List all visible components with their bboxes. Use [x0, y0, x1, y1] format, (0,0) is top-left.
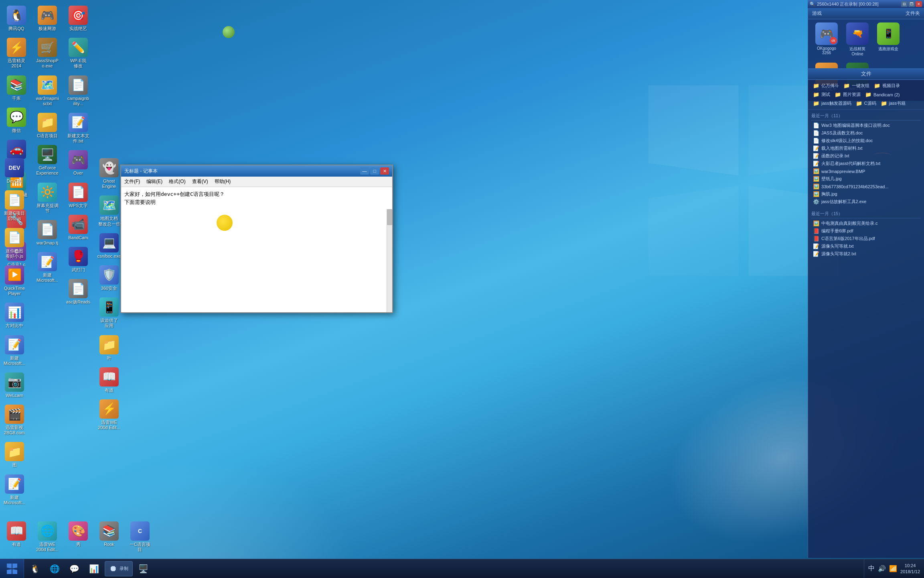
shortcut-onekey[interactable]: 📁一键灰组	[842, 82, 871, 90]
panel-icon-jinzhan[interactable]: 🔫 近战精英Online	[843, 22, 872, 56]
shortcut-jass[interactable]: 📁jass触发器源码	[811, 100, 853, 107]
desktop-icon-qq[interactable]: 🐧 腾讯QQ	[2, 4, 31, 33]
desktop-icon-youdao2[interactable]: 📖 有道	[2, 520, 31, 554]
taskbar-record[interactable]: ⏺ 录制	[105, 561, 133, 576]
desktop-icon-bandcam[interactable]: 📹 BandCam	[64, 213, 93, 242]
desktop-icon-wechat[interactable]: 💬 微信	[2, 106, 31, 135]
desktop-icon-over[interactable]: 🎮 Over	[64, 149, 93, 177]
taskbar-chart[interactable]: 📊	[85, 561, 103, 576]
taskbar-qq[interactable]: 🐧	[26, 561, 44, 576]
file-item-chest[interactable]: 🖼️ 胸肌.jpg	[811, 190, 921, 198]
desktop-icon-newcproj[interactable]: 📄 新建C项目启动.js	[0, 189, 29, 223]
start-button[interactable]	[0, 559, 24, 578]
menu-edit[interactable]: 编辑(E)	[143, 177, 166, 186]
file-item-source2[interactable]: 📝 源像头写等就2.txt	[811, 250, 921, 258]
taskbar-browser[interactable]: 🌐	[46, 561, 64, 576]
file-item-bmp[interactable]: 🖼️ war3mappreview.BMP	[811, 167, 921, 175]
desktop-icon-wpe[interactable]: ✏️ WP-E我修改	[64, 36, 93, 70]
desktop-icon-newmicro3[interactable]: 📝 新建Microsoft...	[0, 473, 29, 507]
file-item-hash[interactable]: 🖼️ 33b677380cd791234b62253ead...	[811, 183, 921, 190]
close-button[interactable]: ✕	[380, 167, 389, 175]
file-item-wallpaper[interactable]: 🖼️ 壁纸几.jpg	[811, 175, 921, 183]
desktop-icon-clang2[interactable]: C 一C语言项目	[126, 520, 154, 554]
desktop-icon-folder-tu[interactable]: 📁 图	[0, 440, 29, 469]
desktop-icon-cproject[interactable]: 📁 C语言项目	[33, 111, 62, 140]
menu-format[interactable]: 格式(O)	[166, 177, 188, 186]
desktop-icon-dev[interactable]: DEV DevC的	[0, 157, 29, 185]
desktop-icon-csn[interactable]: 💻 csn/boc.exe	[95, 232, 124, 261]
panel-icon-okgogogo[interactable]: 🎮 ok OKgogogo3266	[812, 22, 841, 56]
tray-network[interactable]: 📶	[889, 565, 897, 572]
desktop-icon-quicktime[interactable]: ▶️ QuickTimePlayer	[0, 264, 29, 298]
file-item-slk[interactable]: 📄 修改slk4级以上的技能.doc	[811, 137, 921, 144]
desktop-icon-campaign[interactable]: 📄 campaignbility...	[64, 74, 93, 108]
taskbar-qq-icon: 🐧	[30, 564, 40, 574]
file-item-material[interactable]: 📝 载入地图所需材料.txt	[811, 144, 921, 152]
file-item-jasststool[interactable]: ⚙️ jass估故解析工具2.exe	[811, 198, 921, 206]
file-item-war3doc[interactable]: 📄 War3 地图编辑器脚本接口说明.doc	[811, 122, 921, 129]
panel-icon-escape[interactable]: 📱 逃跑游戏盒	[874, 22, 903, 56]
file-item-clang-test[interactable]: 🖼️ 中电测真由真刻般完美绘录.c	[811, 220, 921, 227]
shortcut-video[interactable]: 📁视频目录	[872, 82, 902, 90]
desktop-icon-ghost[interactable]: 👻 GhostEngine	[95, 157, 124, 191]
shortcut-images[interactable]: 📁图片资源	[833, 91, 862, 98]
desktop-icon-welcam[interactable]: 📷 WeLcam	[0, 371, 29, 400]
desktop-icon-welcam2[interactable]: 🌐 迅雷WE200d Edit...	[33, 520, 62, 554]
desktop-icon-ye[interactable]: 📁 叶	[95, 334, 124, 362]
desktop-icon-asc[interactable]: 📄 asc扬Reads	[64, 277, 93, 306]
shortcut-billions[interactable]: 📁亿万傅斗	[811, 82, 841, 90]
desktop-icon-dimap[interactable]: 🗺️ 地图文档整改总一些	[95, 194, 124, 228]
app-icon: 📱	[99, 297, 119, 317]
file-item-clang6[interactable]: 📕 C语言第6版2017年出品.pdf	[811, 235, 921, 242]
notepad-scrollbar[interactable]	[387, 209, 392, 312]
file-item-manual[interactable]: 📕 编程手册6绑.pdf	[811, 227, 921, 235]
file-item-jass[interactable]: 📄 JASS及函数文档.doc	[811, 129, 921, 137]
desktop-icon-wps[interactable]: 📄 WPS文字	[64, 181, 93, 210]
tray-sound[interactable]: 🔊	[878, 565, 886, 572]
desktop-icon-war3tj[interactable]: 📄 war3map.tj	[33, 218, 62, 247]
desktop-icon-youdao[interactable]: 📖 有道	[95, 366, 124, 395]
desktop-icon-jisu[interactable]: 🎮 极速网游	[33, 4, 62, 33]
desktop-icon-rook[interactable]: 📚 Rook	[95, 520, 124, 554]
shortcut-test[interactable]: 📁测试	[811, 91, 832, 98]
taskbar-monitor[interactable]: 🖥️	[134, 561, 152, 576]
file-item-func[interactable]: 📝 函数的记录.txt	[811, 152, 921, 160]
desktop-icon-newmicro[interactable]: 📝 新建Microsoft...	[33, 250, 62, 285]
file-item-source[interactable]: 📝 源像头写等就.txt	[811, 242, 921, 250]
maximize-button[interactable]: □	[370, 167, 379, 175]
war3tj-label: war3map.tj	[36, 240, 58, 246]
taskbar-chat[interactable]: 💬	[65, 561, 83, 576]
desktop-icon-minimap[interactable]: 📄 迷你地图看好小.js	[0, 226, 29, 261]
tray-ime[interactable]: 中	[868, 564, 875, 573]
menu-view[interactable]: 查看(V)	[189, 177, 211, 186]
file-item-naruto[interactable]: 📝 火影忍者jasst代码解析文档.txt	[811, 160, 921, 167]
desktop-icon-360[interactable]: 🛡️ 360安全	[95, 264, 124, 293]
desktop-icon-thunder2006[interactable]: ⚡ 迅雷WE200d Edit...	[95, 398, 124, 432]
chrome-settings-btn[interactable]: ⊟	[901, 1, 908, 7]
desktop-icon-brightness[interactable]: 🔆 屏幕充提调节	[33, 181, 62, 215]
desktop-icon-thunder[interactable]: ⚡ 迅雷精灵2014	[2, 36, 31, 70]
notepad-text-area[interactable]: 大家好，如何用devc++创建C语言项目呢？ 下面需要说明	[121, 187, 392, 312]
minimize-button[interactable]: —	[360, 167, 369, 175]
desktop-icon-newtxt[interactable]: 📝 新建文本文件.txt	[64, 111, 93, 145]
desktop-icon-thunderfilm[interactable]: 🎬 迅雷影视2BG8.com	[0, 403, 29, 437]
scrollbar-thumb[interactable]	[387, 209, 392, 225]
chrome-close-btn[interactable]: ✕	[916, 1, 922, 7]
chrome-maximize-btn[interactable]: 🗔	[908, 1, 915, 7]
desktop-icon-war3map[interactable]: 🗺️ war3mapmisctxt	[33, 74, 62, 108]
desktop-icon-qianku[interactable]: 📚 千库	[2, 74, 31, 103]
desktop-icon-geforce[interactable]: 🖥️ GeForceExperience	[33, 143, 62, 177]
desktop-icon-jass[interactable]: 🛒 JassShopPo.exe	[33, 36, 62, 70]
desktop-icon-shizhan[interactable]: 🎯 实战绝艺	[64, 4, 93, 33]
desktop-icon-app[interactable]: 📱 设迫供了应用	[95, 296, 124, 330]
desktop-icon-compare[interactable]: 📊 方对比中	[0, 301, 29, 330]
clock[interactable]: 10:24 2018/1/12	[900, 563, 920, 574]
menu-file[interactable]: 文件(F)	[121, 177, 143, 186]
desktop-icon-wudamen[interactable]: 🥊 武打门	[64, 245, 93, 274]
shortcut-jassbook[interactable]: 📁jass书籍	[879, 100, 908, 107]
desktop-icon-xiu[interactable]: 🎨 秀	[64, 520, 93, 554]
shortcut-bandicam[interactable]: 📁Bandicam (2)	[863, 91, 901, 98]
shortcut-csource[interactable]: 📁C源码	[854, 100, 878, 107]
menu-help[interactable]: 帮助(H)	[211, 177, 234, 186]
desktop-icon-newmicro2[interactable]: 📝 新建Microsoft...	[0, 334, 29, 368]
